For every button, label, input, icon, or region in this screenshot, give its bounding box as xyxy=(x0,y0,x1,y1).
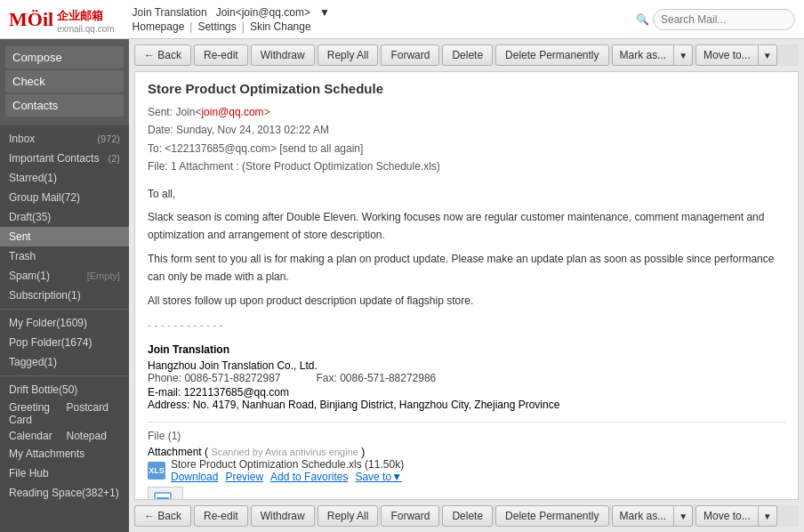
calendar-label: Calendar xyxy=(9,430,63,442)
from-value: Join<join@qq.com> xyxy=(175,106,269,118)
move-to-split[interactable]: Move to... ▼ xyxy=(695,44,777,66)
xls-thumbnail-icon: X xyxy=(153,492,178,500)
email-body: To all, Slack season is coming after Dou… xyxy=(148,185,785,335)
bottom-re-edit-button[interactable]: Re-edit xyxy=(194,505,248,527)
subscription-label: Subscription(1) xyxy=(9,289,81,302)
attachment-preview-thumbnail: X xyxy=(148,487,183,500)
add-to-favorites-link[interactable]: Add to Favorites xyxy=(270,471,348,483)
nav-join-email[interactable]: Join<join@qq.com> xyxy=(216,6,310,19)
bottom-delete-permanently-button[interactable]: Delete Permanently xyxy=(495,505,608,527)
sidebar-item-subscription[interactable]: Subscription(1) xyxy=(0,286,129,305)
email-date-row: Date: Sunday, Nov 24, 2013 02:22 AM xyxy=(148,121,785,139)
logo-icon: MÖil xyxy=(9,8,53,31)
sig-address-row: Address: No. 4179, Nanhuan Road, Binjian… xyxy=(148,399,785,411)
email-signature: Join Translation Hangzhou Join Translati… xyxy=(148,343,785,411)
sidebar-item-group-mail[interactable]: Group Mail(72) xyxy=(0,188,129,207)
reply-all-button[interactable]: Reply All xyxy=(318,44,379,66)
top-toolbar: ← Back Re-edit Withdraw Reply All Forwar… xyxy=(134,44,799,66)
sidebar-item-trash[interactable]: Trash xyxy=(0,246,129,266)
sidebar-item-sent[interactable]: Sent xyxy=(0,227,129,246)
delete-permanently-button[interactable]: Delete Permanently xyxy=(495,44,608,66)
download-link[interactable]: Download xyxy=(171,471,218,483)
logo-domain: exmail.qq.com xyxy=(57,24,114,34)
bottom-mark-as-split[interactable]: Mark as... ▼ xyxy=(612,505,694,527)
trash-label: Trash xyxy=(9,250,36,262)
sidebar-item-drift-bottle[interactable]: Drift Bottle(50) xyxy=(0,380,129,399)
contacts-button[interactable]: Contacts xyxy=(5,94,124,117)
sent-label: Sent xyxy=(9,230,31,243)
date-value: Sunday, Nov 24, 2013 02:22 AM xyxy=(176,124,329,136)
sidebar-item-important-contacts[interactable]: Important Contacts (2) xyxy=(0,149,129,168)
svg-rect-1 xyxy=(157,497,169,499)
bottom-mark-as-dropdown[interactable]: ▼ xyxy=(674,505,693,527)
search-input[interactable] xyxy=(653,9,795,30)
sig-phone: Phone: 0086-571-88272987 xyxy=(148,372,281,384)
tagged-label: Tagged(1) xyxy=(9,356,57,368)
bottom-reply-all-button[interactable]: Reply All xyxy=(318,505,379,527)
sidebar-item-spam[interactable]: Spam(1) [Empty] xyxy=(0,266,129,286)
mark-as-split[interactable]: Mark as... ▼ xyxy=(612,44,694,66)
nav-sep1: | xyxy=(189,20,192,33)
sidebar-item-my-folder[interactable]: My Folder(1609) xyxy=(0,313,129,333)
bottom-withdraw-button[interactable]: Withdraw xyxy=(251,505,315,527)
nav-skin-change[interactable]: Skin Change xyxy=(250,20,311,33)
sidebar-item-draft[interactable]: Draft(35) xyxy=(0,207,129,227)
sidebar-item-reading-space[interactable]: Reading Space(382+1) xyxy=(0,483,129,503)
from-label: Sent: xyxy=(148,106,173,118)
sidebar-item-pop-folder[interactable]: Pop Folder(1674) xyxy=(0,333,129,352)
bottom-move-to-dropdown[interactable]: ▼ xyxy=(759,505,777,527)
sidebar-item-file-hub[interactable]: File Hub xyxy=(0,463,129,483)
sig-email-row: E-mail: 1221137685@qq.com xyxy=(148,386,785,399)
sidebar-item-inbox[interactable]: Inbox (972) xyxy=(0,129,129,149)
preview-link[interactable]: Preview xyxy=(225,471,263,483)
nav-settings[interactable]: Settings xyxy=(197,20,236,33)
draft-label: Draft(35) xyxy=(9,211,51,223)
sidebar-item-greeting[interactable]: Greeting Card Postcard xyxy=(0,399,129,428)
move-to-button[interactable]: Move to... xyxy=(695,44,759,66)
nav-join-translation[interactable]: Join Translation xyxy=(133,6,207,19)
nav-dropdown-arrow[interactable]: ▼ xyxy=(319,6,330,19)
starred-label: Starred(1) xyxy=(9,172,57,184)
email-content: Store Product Optimization Schedule Sent… xyxy=(134,71,799,500)
delete-button[interactable]: Delete xyxy=(442,44,493,66)
re-edit-button[interactable]: Re-edit xyxy=(194,44,248,66)
move-to-dropdown[interactable]: ▼ xyxy=(759,44,777,66)
nav-homepage[interactable]: Homepage xyxy=(133,20,185,33)
inbox-label: Inbox xyxy=(9,133,35,145)
save-to-dropdown[interactable]: Save to▼ xyxy=(355,471,402,483)
sidebar-item-tagged[interactable]: Tagged(1) xyxy=(0,352,129,372)
search-icon: 🔍 xyxy=(636,13,649,26)
bottom-forward-button[interactable]: Forward xyxy=(381,505,439,527)
email-to-row: To: <122137685@qq.com> [send to all agai… xyxy=(148,140,785,157)
bottom-move-to-button[interactable]: Move to... xyxy=(695,505,759,527)
from-email-link[interactable]: join@qq.com xyxy=(201,106,263,118)
logo-cn: 企业邮箱 xyxy=(57,8,114,24)
withdraw-button[interactable]: Withdraw xyxy=(251,44,315,66)
postcard-label: Postcard xyxy=(67,401,121,426)
email-divider: - - - - - - - - - - - - xyxy=(148,317,785,335)
sidebar-item-starred[interactable]: Starred(1) xyxy=(0,168,129,188)
compose-button[interactable]: Compose xyxy=(5,46,124,69)
greeting-card-label: Greeting Card xyxy=(9,401,63,426)
spam-label: Spam(1) xyxy=(9,270,50,282)
sidebar-item-my-attachments[interactable]: My Attachments xyxy=(0,444,129,463)
bottom-move-to-split[interactable]: Move to... ▼ xyxy=(695,505,777,527)
forward-button[interactable]: Forward xyxy=(381,44,439,66)
bottom-mark-as-button[interactable]: Mark as... xyxy=(612,505,675,527)
back-button[interactable]: ← Back xyxy=(134,44,191,66)
email-from-row: Sent: Join<join@qq.com> xyxy=(148,103,785,121)
check-button[interactable]: Check xyxy=(5,70,124,93)
bottom-back-button[interactable]: ← Back xyxy=(134,505,191,527)
important-contacts-label: Important Contacts xyxy=(9,152,99,165)
attachment-actions: Download Preview Add to Favorites Save t… xyxy=(171,471,404,483)
attachment-file-icon: XLS xyxy=(148,462,165,480)
bottom-delete-button[interactable]: Delete xyxy=(442,505,493,527)
attachment-filename: Store Product Optimization Schedule.xls … xyxy=(171,458,404,471)
inbox-count: (972) xyxy=(97,133,120,144)
mark-as-dropdown[interactable]: ▼ xyxy=(674,44,693,66)
sidebar: Compose Check Contacts Inbox (972) Impor… xyxy=(0,39,129,532)
sig-company-full: Hangzhou Join Translation Co., Ltd. xyxy=(148,359,785,372)
mark-as-button[interactable]: Mark as... xyxy=(612,44,675,66)
sig-company-short: Join Translation xyxy=(148,343,785,356)
sidebar-item-calendar[interactable]: Calendar Notepad xyxy=(0,428,129,444)
